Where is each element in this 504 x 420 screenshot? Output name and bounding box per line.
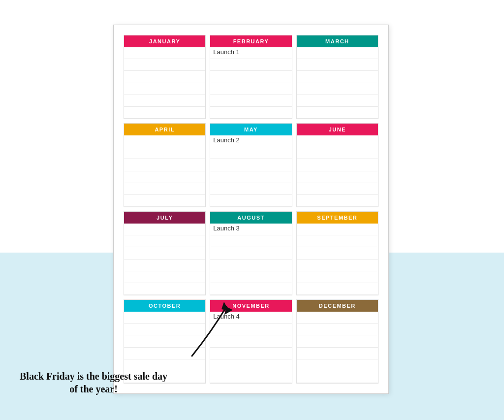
month-block-june: JUNE xyxy=(296,123,378,207)
month-line xyxy=(297,259,378,271)
month-line xyxy=(297,371,378,383)
month-line xyxy=(124,83,205,95)
month-header-november: NOVEMBER xyxy=(210,300,291,312)
month-line xyxy=(124,147,205,159)
month-line xyxy=(297,224,378,235)
month-line xyxy=(297,247,378,259)
month-line xyxy=(124,95,205,107)
month-line xyxy=(297,271,378,283)
month-line xyxy=(124,47,205,59)
month-line xyxy=(210,235,291,247)
month-line xyxy=(297,283,378,295)
month-line xyxy=(124,224,205,235)
month-lines-december xyxy=(297,312,378,383)
month-lines-july xyxy=(124,224,205,295)
month-line xyxy=(210,71,291,83)
month-line xyxy=(124,71,205,83)
month-line xyxy=(124,312,205,323)
month-line: Launch 2 xyxy=(210,135,291,147)
month-line xyxy=(297,348,378,359)
month-line xyxy=(297,171,378,183)
month-line: Launch 3 xyxy=(210,224,291,235)
month-line xyxy=(210,335,291,347)
month-line xyxy=(210,59,291,71)
month-header-july: JULY xyxy=(124,212,205,224)
month-line xyxy=(124,259,205,271)
month-header-may: MAY xyxy=(210,124,291,135)
month-line xyxy=(297,59,378,71)
month-line xyxy=(297,47,378,59)
month-line xyxy=(297,195,378,207)
month-line xyxy=(124,107,205,119)
month-header-october: OCTOBER xyxy=(124,300,205,312)
month-line xyxy=(210,359,291,371)
month-lines-january xyxy=(124,47,205,119)
annotation-container: Black Friday is the biggest sale day of … xyxy=(20,370,167,395)
month-lines-september xyxy=(297,224,378,295)
month-block-july: JULY xyxy=(124,211,206,295)
month-line xyxy=(210,95,291,107)
month-line xyxy=(210,147,291,159)
month-block-august: AUGUSTLaunch 3 xyxy=(210,211,292,295)
month-line xyxy=(124,348,205,359)
month-lines-august: Launch 3 xyxy=(210,224,291,295)
month-block-september: SEPTEMBER xyxy=(296,211,378,295)
month-block-november: NOVEMBERLaunch 4 xyxy=(210,299,292,384)
month-header-june: JUNE xyxy=(297,124,378,135)
month-line xyxy=(124,171,205,183)
month-line xyxy=(210,159,291,171)
month-line xyxy=(210,195,291,207)
paper-card: JANUARYFEBRUARYLaunch 1MARCHAPRILMAYLaun… xyxy=(113,25,389,394)
month-line xyxy=(210,323,291,335)
month-header-august: AUGUST xyxy=(210,212,291,224)
month-block-may: MAYLaunch 2 xyxy=(210,123,292,207)
month-header-december: DECEMBER xyxy=(297,300,378,312)
month-lines-april xyxy=(124,135,205,207)
month-line xyxy=(124,323,205,335)
month-line xyxy=(297,107,378,119)
month-line xyxy=(124,183,205,195)
month-line xyxy=(297,135,378,147)
month-line xyxy=(297,95,378,107)
month-line xyxy=(124,59,205,71)
month-block-january: JANUARY xyxy=(124,35,206,119)
month-line xyxy=(210,371,291,383)
month-lines-may: Launch 2 xyxy=(210,135,291,207)
month-header-february: FEBRUARY xyxy=(210,35,291,47)
month-lines-november: Launch 4 xyxy=(210,312,291,383)
month-line xyxy=(124,159,205,171)
month-header-april: APRIL xyxy=(124,124,205,135)
month-line xyxy=(297,323,378,335)
month-lines-march xyxy=(297,47,378,119)
month-line xyxy=(297,71,378,83)
month-line xyxy=(124,247,205,259)
month-line xyxy=(124,271,205,283)
month-line xyxy=(297,312,378,323)
month-line xyxy=(210,183,291,195)
month-block-december: DECEMBER xyxy=(296,299,378,384)
month-line xyxy=(210,171,291,183)
month-line xyxy=(210,83,291,95)
month-header-march: MARCH xyxy=(297,35,378,47)
month-block-february: FEBRUARYLaunch 1 xyxy=(210,35,292,119)
month-line xyxy=(297,235,378,247)
month-header-september: SEPTEMBER xyxy=(297,212,378,224)
month-block-april: APRIL xyxy=(124,123,206,207)
month-lines-june xyxy=(297,135,378,207)
calendar-grid: JANUARYFEBRUARYLaunch 1MARCHAPRILMAYLaun… xyxy=(124,35,378,384)
month-line xyxy=(210,107,291,119)
month-block-march: MARCH xyxy=(296,35,378,119)
month-line xyxy=(297,183,378,195)
month-line xyxy=(124,335,205,347)
month-line xyxy=(297,159,378,171)
month-line xyxy=(297,335,378,347)
month-line xyxy=(124,195,205,207)
month-lines-february: Launch 1 xyxy=(210,47,291,119)
month-line xyxy=(210,283,291,295)
month-line xyxy=(124,283,205,295)
month-line xyxy=(210,271,291,283)
month-line xyxy=(124,135,205,147)
month-line xyxy=(297,359,378,371)
month-line xyxy=(297,83,378,95)
month-line: Launch 1 xyxy=(210,47,291,59)
